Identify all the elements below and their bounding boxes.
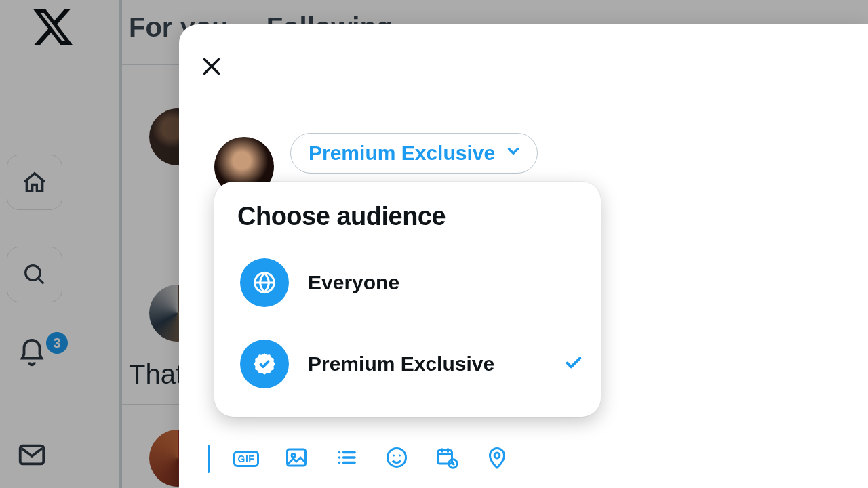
audience-option-label: Everyone [308, 271, 585, 294]
svg-point-8 [388, 449, 406, 467]
verified-badge-icon [240, 340, 289, 388]
close-button[interactable] [199, 54, 224, 81]
toolbar-separator [208, 445, 210, 473]
svg-point-7 [338, 462, 341, 464]
audience-option-everyone[interactable]: Everyone [237, 249, 587, 317]
compose-modal: Premium Exclusive Choose audience Everyo… [179, 24, 868, 488]
audience-option-label: Premium Exclusive [308, 352, 544, 375]
audience-selector-pill[interactable]: Premium Exclusive [290, 133, 538, 174]
audience-dropdown-title: Choose audience [237, 202, 587, 231]
smiley-icon [384, 445, 409, 472]
svg-point-13 [494, 453, 500, 458]
gif-icon: GIF [233, 451, 260, 467]
poll-icon [334, 445, 359, 472]
svg-point-10 [399, 455, 401, 457]
selected-check-icon [563, 352, 585, 376]
audience-dropdown: Choose audience Everyone Premium Exclusi… [214, 182, 601, 417]
poll-button[interactable] [333, 445, 360, 472]
globe-icon [240, 258, 289, 307]
svg-point-4 [292, 454, 295, 458]
emoji-button[interactable] [383, 445, 410, 472]
location-pin-icon [485, 445, 509, 472]
audience-option-premium-exclusive[interactable]: Premium Exclusive [237, 330, 587, 398]
schedule-icon [435, 445, 459, 472]
audience-selector-label: Premium Exclusive [309, 142, 495, 165]
svg-point-6 [338, 456, 341, 459]
gif-button[interactable]: GIF [233, 445, 260, 472]
svg-point-5 [338, 451, 341, 454]
image-icon [284, 445, 309, 472]
chevron-down-icon [505, 142, 522, 165]
location-button[interactable] [484, 445, 511, 472]
media-button[interactable] [283, 445, 310, 472]
svg-point-9 [393, 455, 395, 457]
compose-toolbar: GIF [208, 445, 511, 473]
schedule-button[interactable] [433, 445, 460, 472]
